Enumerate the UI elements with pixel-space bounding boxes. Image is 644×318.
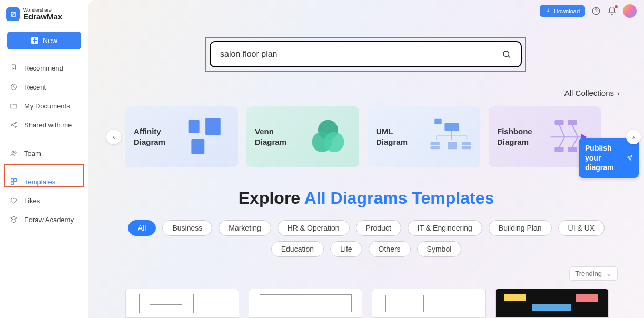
template-results <box>125 289 633 318</box>
svg-rect-27 <box>568 147 577 152</box>
team-icon <box>9 149 18 157</box>
help-icon[interactable] <box>591 6 601 16</box>
filter-building-plan[interactable]: Building Plan <box>489 220 552 236</box>
avatar[interactable] <box>623 4 637 18</box>
svg-point-2 <box>15 122 17 124</box>
sort-dropdown[interactable]: Trending ⌄ <box>569 266 618 281</box>
card-label: Venn Diagram <box>255 126 302 148</box>
filter-hr-operation[interactable]: HR & Operation <box>278 220 350 236</box>
svg-rect-11 <box>189 120 200 133</box>
filter-business[interactable]: Business <box>162 220 212 236</box>
filter-all[interactable]: All <box>128 220 156 236</box>
sort-label: Trending <box>575 270 602 277</box>
card-label: Affinity Diagram <box>134 126 181 148</box>
search-input[interactable] <box>220 49 487 59</box>
template-thumbnail[interactable] <box>125 289 239 318</box>
sidebar-item-team[interactable]: Team <box>4 144 84 162</box>
explore-heading: Explore All Diagrams Templates <box>88 188 644 208</box>
carousel-next-button[interactable]: › <box>626 130 641 144</box>
card-label: Fishbone Diagram <box>497 126 544 148</box>
search-highlight-box <box>205 37 526 72</box>
sidebar-item-shared[interactable]: Shared with me <box>4 116 84 134</box>
sidebar-item-label: Edraw Academy <box>24 216 74 224</box>
svg-rect-22 <box>462 142 471 145</box>
filter-education[interactable]: Education <box>271 241 324 257</box>
filter-ui-ux[interactable]: UI & UX <box>558 220 605 236</box>
filter-marketing[interactable]: Marketing <box>219 220 271 236</box>
svg-rect-26 <box>554 147 563 152</box>
svg-point-5 <box>15 152 16 153</box>
sidebar-item-likes[interactable]: Likes <box>4 192 84 210</box>
sidebar: Wondershare EdrawMax New Recommend Recen… <box>0 0 88 318</box>
svg-rect-19 <box>431 142 440 145</box>
brand-bottom: EdrawMax <box>23 13 62 21</box>
notifications-icon[interactable] <box>607 6 617 16</box>
download-label: Download <box>554 8 580 14</box>
header-actions: Download <box>540 4 637 18</box>
brand-logo[interactable]: Wondershare EdrawMax <box>4 5 84 23</box>
plus-icon <box>31 37 38 44</box>
highlight-box-templates <box>4 164 84 187</box>
publish-label: Publish your diagram <box>585 143 627 173</box>
svg-point-10 <box>503 51 509 57</box>
all-collections-link[interactable]: All Collections › <box>564 88 620 97</box>
notification-dot <box>615 5 618 8</box>
card-venn-diagram[interactable]: Venn Diagram <box>246 106 359 167</box>
share-icon <box>9 121 18 129</box>
filter-life[interactable]: Life <box>330 241 362 257</box>
template-thumbnail[interactable] <box>249 289 362 318</box>
ribbon-icon <box>9 64 18 72</box>
heart-icon <box>9 196 18 205</box>
send-icon <box>627 153 632 163</box>
uml-graphic <box>427 116 472 158</box>
search-icon[interactable] <box>502 49 511 59</box>
search-box[interactable] <box>210 41 522 67</box>
sidebar-item-label: Recommend <box>24 64 63 72</box>
sidebar-item-academy[interactable]: Edraw Academy <box>4 211 84 228</box>
template-thumbnail[interactable] <box>372 289 486 318</box>
filter-pills: All Business Marketing HR & Operation Pr… <box>88 220 644 257</box>
new-button[interactable]: New <box>7 32 81 49</box>
svg-rect-25 <box>568 120 577 125</box>
sidebar-item-recent[interactable]: Recent <box>4 78 84 96</box>
svg-rect-23 <box>462 146 471 149</box>
sidebar-item-recommend[interactable]: Recommend <box>4 59 84 77</box>
divider <box>494 46 494 62</box>
filter-others[interactable]: Others <box>369 241 411 257</box>
publish-diagram-button[interactable]: Publish your diagram <box>579 138 639 178</box>
folder-icon <box>9 102 18 110</box>
svg-rect-18 <box>444 123 459 131</box>
venn-graphic <box>305 116 351 158</box>
logo-icon <box>6 7 20 21</box>
svg-rect-20 <box>431 146 440 149</box>
sidebar-item-label: Shared with me <box>24 121 72 129</box>
sidebar-item-my-documents[interactable]: My Documents <box>4 97 84 115</box>
affinity-graphic <box>184 116 230 158</box>
card-uml-diagram[interactable]: UML Diagram <box>368 106 480 167</box>
filter-symbol[interactable]: Symbol <box>417 241 462 257</box>
sidebar-item-label: Recent <box>24 83 46 91</box>
sidebar-item-label: My Documents <box>24 102 70 110</box>
svg-point-3 <box>15 126 17 128</box>
sidebar-item-label: Likes <box>24 197 40 205</box>
all-collections-label: All Collections <box>564 88 614 97</box>
explore-highlight: All Diagrams Templates <box>304 188 494 207</box>
card-label: UML Diagram <box>376 126 423 148</box>
card-affinity-diagram[interactable]: Affinity Diagram <box>125 106 238 167</box>
svg-rect-21 <box>448 142 457 149</box>
explore-prefix: Explore <box>239 188 304 207</box>
template-thumbnail[interactable] <box>495 289 609 318</box>
svg-point-1 <box>11 124 13 126</box>
academy-icon <box>9 215 18 224</box>
chevron-down-icon: ⌄ <box>606 270 612 277</box>
sidebar-item-label: Team <box>24 150 41 157</box>
carousel-prev-button[interactable]: ‹ <box>106 130 121 144</box>
svg-rect-17 <box>434 119 441 124</box>
new-button-label: New <box>43 36 57 45</box>
clock-icon <box>9 83 18 91</box>
svg-point-16 <box>324 132 344 152</box>
svg-rect-12 <box>205 118 221 135</box>
filter-it-engineering[interactable]: IT & Engineering <box>408 220 482 236</box>
download-button[interactable]: Download <box>540 5 585 17</box>
filter-product[interactable]: Product <box>356 220 401 236</box>
